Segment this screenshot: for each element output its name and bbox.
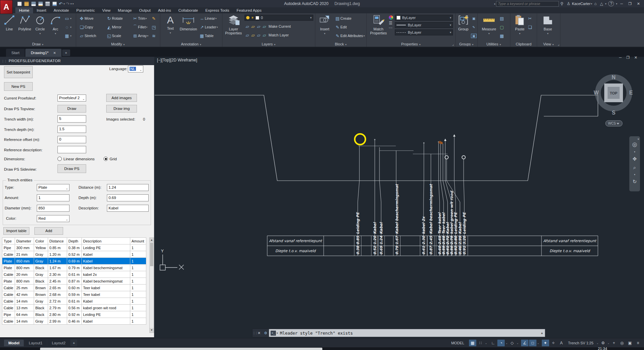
edit-attributes-button[interactable]: ✎Edit Attributes ▾ [335, 32, 365, 39]
annotation-visibility-icon[interactable]: ✦ [542, 340, 549, 346]
table-cell[interactable]: Yellow [34, 244, 48, 251]
autodesk-a-icon[interactable]: △ [600, 1, 603, 6]
isolate-objects-icon[interactable]: ◎ [618, 340, 626, 346]
color-select[interactable]: Red⌄ [37, 215, 69, 222]
ribbon-tab-collaborate[interactable]: Collaborate [175, 7, 202, 13]
osnap-icon[interactable]: □ [529, 340, 536, 346]
ellipse-button[interactable]: ◌▾ [64, 23, 72, 31]
dialog-launcher-icon[interactable]: ⌟ [452, 42, 454, 46]
quick-select-button[interactable]: ▤ [499, 15, 505, 22]
diameter-input[interactable]: 850 [37, 205, 69, 212]
viewcube-n-label[interactable]: N [612, 74, 616, 80]
paste-button[interactable]: Paste▾ [512, 14, 527, 35]
scale-button[interactable]: ◱Scale [106, 32, 121, 39]
table-cell[interactable]: Black [34, 311, 48, 318]
table-cell[interactable]: 42 mm [15, 291, 34, 298]
palette-header[interactable]: ⋮⋮PROEFSLEUFGENERATOR [0, 57, 154, 65]
table-cell[interactable]: Gray [34, 271, 48, 278]
recent-commands-caret-icon[interactable]: ▾ [277, 332, 278, 335]
table-cell[interactable]: 1 [130, 298, 146, 305]
table-cell[interactable]: 1 [130, 291, 146, 298]
snap-icon-caret[interactable]: ⌄ [485, 342, 487, 345]
panel-label-layers[interactable]: Layers ▾ [222, 42, 315, 46]
pan-hand-icon[interactable]: ✥ [633, 156, 637, 162]
group-edit-button[interactable]: ✎ [471, 23, 477, 31]
dimension-button[interactable]: Dimension [180, 14, 197, 31]
circle-button[interactable]: Circle▾ [33, 14, 47, 35]
viewcube-w-label[interactable]: W [594, 90, 599, 96]
table-cell[interactable]: 20 mm [15, 271, 34, 278]
ribbon-tab-home[interactable]: Home [15, 7, 33, 13]
panel-label-utilities[interactable]: Utilities ▾ [478, 42, 510, 46]
table-cell[interactable]: 800 mm [15, 265, 34, 271]
table-cell[interactable]: 14 mm [15, 318, 34, 325]
arc-button[interactable]: Arc▾ [48, 14, 63, 35]
mirror-button[interactable]: ◭Mirror [106, 23, 122, 31]
rectangle-button[interactable]: ▭▾ [64, 15, 72, 22]
cut-button[interactable]: ✂ [527, 15, 533, 22]
table-cell[interactable]: Kabel [82, 251, 130, 258]
column-header-type[interactable]: Type [2, 238, 15, 244]
new-layout-button[interactable]: + [70, 340, 77, 346]
osnap-icon-caret[interactable]: ⌄ [537, 342, 539, 345]
hatch-button[interactable]: ▦▾ [64, 32, 72, 39]
command-close-icon[interactable]: ✕ [258, 331, 261, 335]
table-cell[interactable]: Teer kabel [82, 285, 130, 291]
panel-label-modify[interactable]: Modify ▾ [76, 42, 160, 46]
close-button[interactable]: ✕ [637, 2, 640, 6]
crosshair-plus-icon[interactable]: + [610, 340, 618, 346]
ribbon-tab-parametric[interactable]: Parametric [73, 7, 99, 13]
navbar-caret-icon[interactable]: ▾ [634, 151, 635, 153]
table-cell[interactable]: 850 mm [15, 258, 34, 265]
table-cell[interactable]: 0.79 m [67, 265, 82, 271]
command-line-bar[interactable]: ⋮⋮ ✕ ⚙ >_ ▾ Mleader style "Trench" exist… [252, 329, 545, 337]
column-header-depth[interactable]: Depth [67, 238, 82, 244]
isoplane-icon-caret[interactable]: ⌄ [516, 342, 519, 345]
command-grip-icon[interactable]: ⋮⋮ [253, 331, 256, 335]
ribbon-tab-featured-apps[interactable]: Featured Apps [233, 7, 265, 13]
layout-tab-layout1[interactable]: Layout1 [24, 340, 47, 346]
group-button[interactable]: Group [456, 14, 470, 31]
table-cell[interactable]: Black [34, 278, 48, 285]
qat-customize-icon[interactable]: ▾ [72, 2, 74, 5]
column-header-color[interactable]: Color [34, 238, 48, 244]
save-as-icon[interactable] [38, 2, 43, 6]
lineweight-icon[interactable]: ☰ [389, 20, 393, 26]
zoom-caret-icon[interactable]: ▾ [634, 173, 635, 176]
column-header-diameter[interactable]: Diameter [15, 238, 34, 244]
table-cell[interactable]: 2.72 m [48, 298, 67, 305]
add-images-button[interactable]: Add images [106, 94, 137, 102]
table-cell[interactable]: Brown [34, 291, 48, 298]
navigation-bar[interactable]: ✕ ◎ ▾ ✥ ⌕ ▾ ↻ [629, 136, 640, 191]
stretch-button[interactable]: ▱Stretch [79, 32, 96, 39]
table-row[interactable]: Cable21 mmGray1.20 m0.52 mKabel1 [2, 251, 146, 258]
plot-icon[interactable] [45, 2, 50, 6]
current-proefsleuf-select[interactable]: Proefsleuf 2⌄ [57, 95, 86, 102]
command-input[interactable]: >_ ▾ Mleader style "Trench" exists ▲ [269, 329, 545, 337]
table-cell[interactable]: Cable [2, 251, 15, 258]
table-cell[interactable]: 1 [130, 265, 146, 271]
navbar-close-icon[interactable]: ✕ [637, 138, 639, 141]
table-cell[interactable]: 2.45 m [48, 278, 67, 285]
publish-icon[interactable] [52, 2, 57, 6]
draw-img-button[interactable]: Draw img [106, 105, 137, 113]
table-cell[interactable]: Plate [2, 265, 15, 271]
ribbon-tab-annotate[interactable]: Annotate [50, 7, 72, 13]
panel-label-view[interactable]: View ▾⌟ [537, 42, 560, 46]
table-cell[interactable]: 0.92 m [67, 311, 82, 318]
amount-input[interactable]: 1 [37, 194, 69, 201]
search-input[interactable] [496, 1, 559, 7]
ribbon-tab-add-ins[interactable]: Add-ins [154, 7, 175, 13]
viewcube-s-label[interactable]: S [612, 110, 616, 116]
user-menu-caret-icon[interactable]: ▾ [591, 2, 592, 5]
table-cell[interactable]: 1 [130, 258, 146, 265]
table-cell[interactable]: 0.38 m [67, 244, 82, 251]
table-cell[interactable]: 800 mm [15, 278, 34, 285]
viewcube-top-face[interactable]: TOP [610, 91, 617, 95]
table-row[interactable]: Plate850 mmGray1.24 m0.69 mKabel1 [2, 258, 146, 265]
draw-topview-button[interactable]: Draw [57, 105, 86, 113]
table-cell[interactable]: Cable [2, 271, 15, 278]
table-cell[interactable]: 1.67 m [48, 265, 67, 271]
column-header-distance[interactable]: Distance [48, 238, 67, 244]
table-cell[interactable]: Black [34, 265, 48, 271]
